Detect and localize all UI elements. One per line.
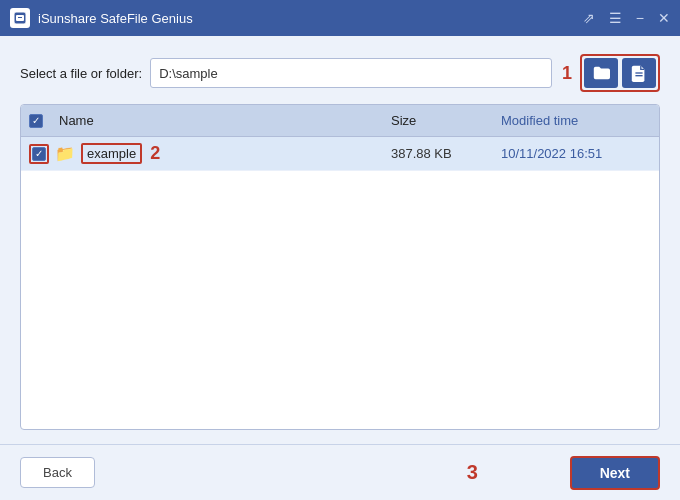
table-header: Name Size Modified time [21,105,659,137]
select-all-checkbox[interactable] [29,114,43,128]
row-name-text-wrapper: example [81,143,142,164]
row-checkbox-border [29,144,49,164]
file-selector-row: Select a file or folder: 1 [20,54,660,92]
browse-file-button[interactable] [622,58,656,88]
app-icon [10,8,30,28]
row-modified-cell: 10/11/2022 16:51 [501,146,651,161]
file-table: Name Size Modified time 📁 example 2 3 [20,104,660,430]
row-checkbox[interactable] [32,147,46,161]
table-row[interactable]: 📁 example 2 387.88 KB 10/11/2022 16:51 [21,137,659,171]
step-2-badge: 2 [150,143,160,164]
row-size-cell: 387.88 KB [391,146,501,161]
row-name-cell: 📁 example 2 [55,143,391,164]
share-icon[interactable]: ⇗ [583,10,595,26]
file-selector-label: Select a file or folder: [20,66,142,81]
next-button[interactable]: Next [570,456,660,490]
close-icon[interactable]: ✕ [658,10,670,26]
step-3-badge: 3 [95,461,570,484]
app-title: iSunshare SafeFile Genius [38,11,583,26]
main-content: Select a file or folder: 1 [0,36,680,444]
folder-icon: 📁 [55,144,75,163]
header-checkbox-cell [29,114,55,128]
minimize-icon[interactable]: − [636,10,644,26]
menu-icon[interactable]: ☰ [609,10,622,26]
table-body: 📁 example 2 387.88 KB 10/11/2022 16:51 [21,137,659,429]
column-header-name: Name [55,113,391,128]
file-selector-input[interactable] [150,58,552,88]
window-controls[interactable]: ⇗ ☰ − ✕ [583,10,670,26]
browse-folder-button[interactable] [584,58,618,88]
step-1-badge: 1 [562,63,572,84]
svg-rect-2 [18,17,22,18]
row-name-text: example [87,146,136,161]
browse-buttons [580,54,660,92]
titlebar: iSunshare SafeFile Genius ⇗ ☰ − ✕ [0,0,680,36]
column-header-modified: Modified time [501,113,651,128]
bottom-bar: Back 3 Next [0,444,680,500]
row-checkbox-cell [29,144,55,164]
back-button[interactable]: Back [20,457,95,488]
column-header-size: Size [391,113,501,128]
